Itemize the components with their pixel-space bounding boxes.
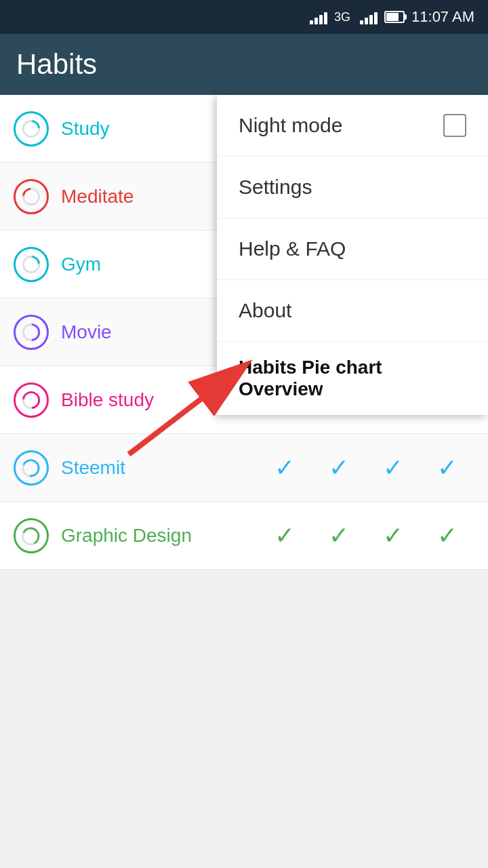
habit-icon-gym (14, 247, 49, 282)
menu-item-about[interactable]: About (217, 280, 488, 342)
habit-name-graphic-design: Graphic Design (61, 525, 258, 547)
battery-icon (384, 11, 405, 23)
svg-line-1 (129, 366, 244, 454)
menu-item-help[interactable]: Help & FAQ (217, 218, 488, 280)
main-content: Study ▾ ▾ ▾ — Meditate ▾ ▾ ▾ — (0, 95, 488, 570)
red-arrow-annotation (108, 346, 285, 471)
about-label: About (239, 299, 291, 322)
time-display: 11:07 AM (411, 8, 474, 26)
signal-icon (310, 9, 327, 24)
app-header: Habits (0, 34, 488, 95)
habit-icon-graphic-design (14, 518, 49, 553)
habit-icon-bible-study (14, 382, 49, 418)
menu-item-settings[interactable]: Settings (217, 157, 488, 218)
help-label: Help & FAQ (239, 237, 346, 260)
habit-icon-steemit (14, 450, 49, 486)
signal-icon-2 (360, 9, 378, 24)
graphic-design-checks: ✓ ✓ ✓ ✓ (258, 521, 474, 550)
night-mode-checkbox[interactable] (443, 114, 466, 137)
steemit-checks: ✓ ✓ ✓ ✓ (258, 454, 474, 482)
network-label: 3G (334, 10, 350, 24)
battery-fill (386, 13, 399, 21)
night-mode-label: Night mode (239, 114, 342, 137)
app-title: Habits (16, 48, 97, 81)
habit-icon-study (14, 111, 49, 146)
habit-row-graphic-design[interactable]: Graphic Design ✓ ✓ ✓ ✓ (0, 502, 488, 570)
status-bar: 3G 11:07 AM (0, 0, 488, 34)
menu-item-night-mode[interactable]: Night mode (217, 95, 488, 157)
habit-icon-movie (14, 315, 49, 350)
settings-label: Settings (239, 176, 312, 199)
habit-icon-meditate (14, 179, 49, 214)
